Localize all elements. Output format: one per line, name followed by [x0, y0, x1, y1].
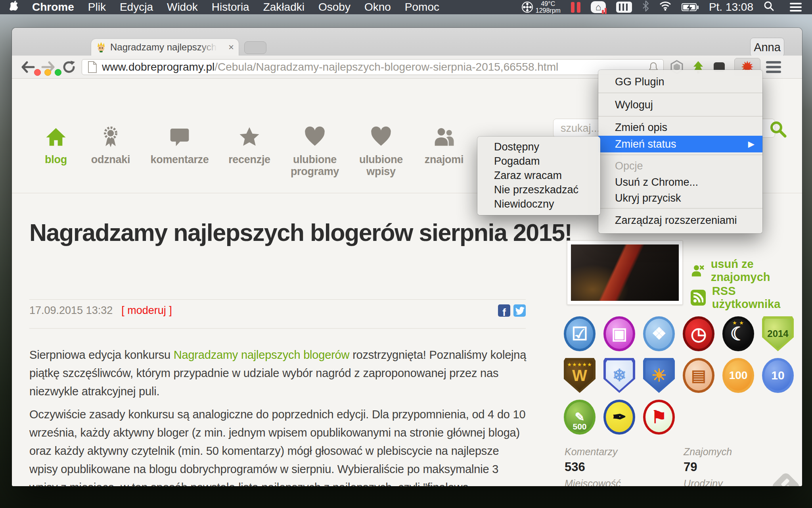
browser-tab[interactable]: Nagradzamy najlepszych b ×	[91, 39, 239, 56]
page-icon	[88, 61, 97, 73]
badge-night-owl[interactable]: ★ ★ ☾	[722, 316, 754, 351]
url-path: /Cebula/Nagradzamy-najlepszych-blogerow-…	[214, 61, 558, 73]
submenu-item-dostepny[interactable]: Dostępny	[477, 140, 600, 154]
badge-500-entries[interactable]: ✎ 500	[564, 400, 596, 435]
badge-discussions[interactable]: ❖	[643, 316, 675, 351]
submenu-item-zaraz-wracam[interactable]: Zaraz wracam	[477, 168, 600, 183]
apple-icon[interactable]	[10, 1, 18, 14]
badge-wiki-stars[interactable]: ★★★★★ W	[564, 358, 596, 393]
bluetooth-icon[interactable]	[642, 0, 649, 14]
tab-close-icon[interactable]: ×	[228, 42, 234, 52]
gg-plugin-menu: GG Plugin Wyloguj Zmień opis Zmień statu…	[598, 70, 762, 233]
sitenav-recenzje[interactable]: recenzje	[214, 126, 285, 165]
menu-item-usun-z-chrome[interactable]: Usuń z Chrome...	[598, 174, 762, 190]
search-button[interactable]	[768, 119, 787, 139]
menu-item-zmien-status[interactable]: Zmień status ▶	[598, 136, 762, 152]
menubar-app-name[interactable]: Chrome	[32, 1, 74, 13]
star-icon	[238, 126, 260, 148]
profile-button[interactable]: Anna	[750, 38, 784, 57]
menu-item-wyloguj[interactable]: Wyloguj	[598, 96, 762, 114]
traffic-light-minimize[interactable]	[44, 69, 51, 76]
stat-comments: Komentarzy 536	[565, 446, 680, 474]
badge-10-comments[interactable]: 10	[762, 358, 794, 393]
sitenav-odznaki[interactable]: odznaki	[75, 126, 146, 165]
wifi-icon[interactable]	[659, 1, 671, 13]
submenu-arrow-icon: ▶	[748, 139, 755, 149]
article-paragraph-1: Sierpniowa edycja konkursu Nagradzamy na…	[29, 346, 527, 400]
facebook-share-icon[interactable]: f	[498, 304, 510, 317]
fan-rpm-label: 1298rpm	[536, 7, 561, 14]
article-meta: 17.09.2015 13:32 [ moderuj ] f	[29, 304, 526, 317]
menubar-item-historia[interactable]: Historia	[212, 1, 249, 13]
badge-flag[interactable]: ⚑	[643, 400, 675, 435]
submenu-item-nie-przeszkadzac[interactable]: Nie przeszkadzać	[477, 183, 600, 197]
badge-author-pen[interactable]: ✒	[603, 400, 635, 435]
url-host: www.dobreprogramy.pl	[102, 61, 214, 73]
macos-menubar: Chrome Plik Edycja Widok Historia Zakład…	[0, 0, 812, 14]
traffic-light-zoom[interactable]	[55, 69, 61, 76]
badge-calendar-post[interactable]: ▣	[603, 316, 635, 351]
rss-icon	[691, 290, 706, 306]
sitenav-komentarze[interactable]: komentarze	[144, 126, 215, 165]
submenu-item-niewidoczny[interactable]: Niewidoczny	[477, 197, 600, 211]
cpu-temp-label: 49°C	[541, 0, 555, 7]
remove-friend-icon	[691, 264, 705, 277]
fan-status[interactable]: 49°C1298rpm	[521, 0, 561, 14]
menubar-item-plik[interactable]: Plik	[88, 1, 106, 13]
medal-icon	[100, 126, 122, 148]
submenu-item-pogadam[interactable]: Pogadam	[477, 154, 600, 168]
people-icon	[433, 126, 455, 148]
stat-friends: Znajomych 79	[684, 446, 799, 474]
menubar-item-okno[interactable]: Okno	[364, 1, 391, 13]
battery-charging-icon[interactable]	[682, 3, 699, 11]
badge-100-comments[interactable]: 100	[722, 358, 754, 393]
status-submenu: Dostępny Pogadam Zaraz wracam Nie przesz…	[477, 137, 600, 215]
notification-center-icon[interactable]	[790, 3, 802, 12]
traffic-light-close[interactable]	[34, 69, 41, 76]
article: Nagradzamy najlepszych blogerów sierpnia…	[29, 218, 529, 247]
remove-friend-link[interactable]: usuń ze znajomych	[691, 258, 802, 284]
badge-anniversary-2014[interactable]: 2014	[762, 316, 794, 351]
menu-item-ukryj-przycisk[interactable]: Ukryj przycisk	[598, 190, 762, 206]
new-tab-button[interactable]	[244, 41, 266, 54]
rss-user-link[interactable]: RSS użytkownika	[691, 285, 802, 311]
home-app-icon[interactable]: ⌂	[591, 1, 606, 13]
user-avatar-card[interactable]	[567, 241, 683, 305]
menu-item-opcje: Opcje	[598, 158, 762, 174]
badge-checkmark[interactable]: ☑	[564, 316, 596, 351]
sitenav-znajomi[interactable]: znajomi	[408, 126, 480, 165]
stat-city: Miejscowość Wrocław	[565, 478, 680, 486]
menubar-item-widok[interactable]: Widok	[167, 1, 198, 13]
badge-winter[interactable]: ❄	[603, 358, 635, 393]
menu-item-gg-plugin[interactable]: GG Plugin	[598, 73, 762, 90]
badge-summer[interactable]: ☀	[643, 358, 675, 393]
chrome-menu-button[interactable]	[766, 61, 781, 73]
comment-bubble-icon	[169, 126, 191, 148]
desktop: Chrome Plik Edycja Widok Historia Zakład…	[0, 0, 812, 508]
spotlight-icon[interactable]	[764, 1, 774, 14]
article-link[interactable]: Nagradzamy najlepszych blogerów	[174, 348, 350, 361]
badge-stopwatch[interactable]: ◷	[683, 316, 714, 351]
menubar-item-osoby[interactable]: Osoby	[318, 1, 350, 13]
badge-forum-post[interactable]: ▤	[683, 358, 714, 393]
menubar-clock[interactable]: Pt. 13:08	[709, 1, 753, 13]
reload-button[interactable]	[59, 57, 79, 77]
sitenav-ulubione-programy[interactable]: ulubione programy	[279, 126, 350, 177]
sitenav-ulubione-wpisy[interactable]: ulubione wpisy	[345, 126, 417, 177]
menu-item-zarzadzaj-rozszerzeniami[interactable]: Zarządzaj rozszerzeniami	[598, 211, 762, 229]
home-icon	[45, 126, 67, 148]
menu-item-zmien-opis[interactable]: Zmień opis	[598, 119, 762, 136]
url-text: www.dobreprogramy.pl/Cebula/Nagradzamy-n…	[102, 61, 558, 73]
menubar-item-pomoc[interactable]: Pomoc	[405, 1, 439, 13]
keyboard-icon[interactable]	[616, 2, 632, 13]
article-date: 17.09.2015 13:32	[29, 304, 113, 317]
menubar-item-edycja[interactable]: Edycja	[120, 1, 153, 13]
fan-icon	[521, 1, 533, 13]
menubar-item-zakladki[interactable]: Zakładki	[263, 1, 304, 13]
twitter-share-icon[interactable]	[513, 304, 526, 317]
tab-title: Nagradzamy najlepszych b	[110, 42, 217, 53]
badges-grid: ☑ ▣ ❖ ◷ ★ ★	[564, 316, 794, 435]
omnibox[interactable]: www.dobreprogramy.pl/Cebula/Nagradzamy-n…	[82, 59, 664, 75]
moderate-link[interactable]: [ moderuj ]	[121, 304, 172, 317]
pause-icon[interactable]	[571, 2, 580, 13]
